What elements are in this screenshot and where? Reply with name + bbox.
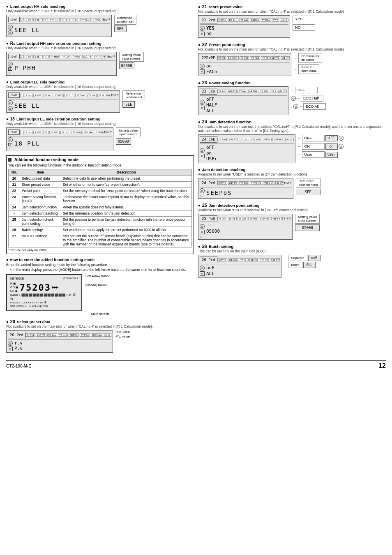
bullet-limit-hh-teach: ● Limit output HH side teaching [6,4,194,9]
device-panel-select-preset: 20 Prd 2d Prd 21P-?5 2d Eco ?? InH BEP8d… [6,330,113,353]
cell-no: 22 [9,188,20,194]
cell-no: 23 [9,194,20,204]
diagram-limit-ll-teach: 16 d? 1 2 out 3 d?P ?? IN2 ?? 005 ?? LL6… [6,90,194,113]
func-footnote: * Can be set only on ID00. [8,248,192,252]
down-icon-3: ⊕ [8,106,13,111]
callout-left-arrow: Left Arrow button [85,274,110,278]
cell-no: - [9,210,20,217]
table-row: 27 Valid ID Setting* You can set the num… [9,233,192,247]
cell-item: Jam detection function [20,204,61,210]
annotation-ll-ref: Referenceposition set [122,90,145,100]
device-panel-ll-criterion: 16 d? 1 2 out 3 d?P ?? ?? AV5 ?? LL6 ?? … [6,127,113,151]
annotation-ll-setting: Setting valueinput screen [116,127,141,137]
table-row: 21 Store preset value Set whether or not… [9,182,192,188]
section-limit-ll-criterion: ● 18 Limit output LL side criterion posi… [6,117,194,151]
diagram-power-saving: 23 Eco ?? ?d 2dP.P? ?? InH bEP8d ?? P8d … [198,86,386,115]
cell-no: 20 [9,176,20,182]
device-panel-ll-teach: 16 d? 1 2 out 3 d?P ?? IN2 ?? 005 ?? LL6… [6,90,120,113]
option-jam-off: OFF [302,135,325,141]
knob-icon-2: ⊙ [8,62,13,67]
func-table: No. Item Description 20 Select preset da… [8,169,192,247]
table-row: 23 Power-saving function (ECO) To decrea… [9,194,192,204]
annotation-jam-ref: Referenceposition fixed [296,178,321,188]
section-store-preset: ● 21 Store preset value Not available to… [198,4,386,38]
subtitle-jam-check: Available to set when "USEr" is selected… [198,208,386,212]
device-panel-batch: 26 Prd 2dP.?5 2d Eco ?? InH bEP8d ?? P0d… [198,255,281,278]
bullet-limit-ll-teach: ● Limit output LL side teaching [6,80,194,84]
how-to-bullet1: • In the main display, press the [MODE] … [6,268,194,272]
mini-display-ll: SEE [122,101,135,108]
option-separate: Separate [288,255,307,261]
device-panel-jam-teach: 2d Prd 2dP.?5 2d?-P8 ?? InH ?? P5 ?d ?dP… [198,178,293,199]
section-limit-hh-criterion: ● R₁ Limit output HH side criterion posi… [6,41,194,76]
device-panel-preset-point: 22PrPE P1 ?d 2d ?d5P ?? InH ?2 P2d ?? ?5… [198,53,291,76]
cell-item: Power-saving function (ECO) [20,194,61,204]
bullet-power-saving: ● 23 Power-saving function [198,80,386,85]
bullet-select-preset: ● 20 Select preset data [6,319,194,324]
option-jam-on: ON [302,143,325,150]
cell-desc: Select the data to use when performing t… [61,176,192,182]
bullet-store-preset: ● 21 Store preset value [198,4,386,9]
cell-desc: Set the memory method for "zero-point co… [61,188,192,194]
option-eco-half: ECO Half [301,95,323,102]
cell-desc: Set the position to perform the jam dete… [61,217,192,227]
footer-product-name: GT2-100-M-E [6,364,31,368]
section-batch-setting: ● 26 Batch setting This can be set only … [198,244,386,278]
cell-desc: Set whether or not to apply the preset p… [61,227,192,233]
subtitle-select-preset: Not available to set on the main unit fo… [6,324,194,328]
subtitle-limit-ll-criterion: Only available when "Lt.USEr" is selecte… [6,122,194,126]
cell-desc: Set the reference position for the jam d… [61,210,192,217]
subtitle-jam-detection: Not available to set on the main unit th… [198,125,386,133]
left-column: ● Limit output HH side teaching Only ava… [6,4,194,357]
subtitle-store-preset: Not available to set on the main unit fo… [198,9,386,14]
subtitle-limit-hh-teach: Only available when "Lt.USEr" is selecte… [6,9,194,13]
section-power-saving: ● 23 Power-saving function 23 Eco ?? ?d … [198,80,386,115]
add-func-section: Additional function setting mode You can… [6,155,194,254]
panel-display-ll: SEE LL [14,102,40,109]
option-eco-all: ECO All [303,103,326,110]
device-panel-store-preset: 21 Prd 2dP.?d P4 Eco ?? InH BEP8d ?? P0d… [198,15,290,38]
mini-display-jam-check: 05000 [295,224,320,231]
bullet-preset-point: ● 22 Preset point setting [198,42,386,47]
diagram-limit-ll-criterion: 16 d? 1 2 out 3 d?P ?? ?? AV5 ?? LL6 ?? … [6,127,194,151]
save-each-note: Save foreach bank [298,64,319,74]
col-desc: Description [61,169,192,176]
subtitle-jam-teach: Available to set when "USEr" is selected… [198,172,386,176]
cell-no: 21 [9,182,20,188]
add-func-subtitle: You can set the following functions in t… [8,163,192,167]
cell-item: Store preset value [20,182,61,188]
right-column: ● 21 Store preset value Not available to… [198,4,386,357]
table-row: 26 Batch setting* Set whether or not to … [9,227,192,233]
knob-icon-3: ⊙ [8,100,13,105]
diagram-jam-teach: 2d Prd 2dP.?5 2d?-P8 ?? InH ?? P5 ?d ?dP… [198,178,386,199]
table-row: 20 Select preset data Select the data to… [9,176,192,182]
section-square-icon [8,158,12,162]
cell-item: Jam detection check point setting [20,217,61,227]
cell-no: 26 [9,227,20,233]
mini-display-ll-crit: 05000 [116,138,131,145]
col-no: No. [9,169,20,176]
cell-item: Batch setting* [20,227,61,233]
diagram-batch-setting: 26 Prd 2dP.?5 2d Eco ?? InH bEP8d ?? P0d… [198,255,386,278]
cell-no: 25 [9,217,20,227]
callout-mode-button: [MODE] button [85,283,110,287]
diagram-select-preset: 20 Prd 2d Prd 21P-?5 2d Eco ?? InH BEP8d… [6,330,194,353]
panel-display-hh-crit: P PHH [14,65,36,71]
mini-display-jam-teach: SEE [296,189,321,195]
bullet-batch-setting: ● 26 Batch setting [198,244,386,249]
section-limit-ll-teach: ● Limit output LL side teaching Only ava… [6,80,194,113]
bullet-jam-teach: ● Jam detection teaching [198,167,386,172]
subtitle-limit-hh-criterion: Only available when "Lt.USEr" is selecte… [6,46,194,50]
section-limit-hh-teach: ● Limit output HH side teaching Only ava… [6,4,194,37]
cell-item: Select preset data [20,176,61,182]
device-panel-jam-check: 25 PoS ?d ?d ?dP.?5 2d Eco 2d InH bEPPd5… [198,214,293,240]
panel-id: 16 d? [8,17,20,22]
mini-display-hh-crit: 05000 [119,62,134,69]
option-no: NO [293,24,315,31]
main-screen-diagram: KEYENCE GT2-100-M ? H ▣ GO ▣ LO ▣ 75203 … [6,274,194,316]
annotation-hh-setting: Setting valueinput screen [119,52,144,62]
add-func-title: Additional function setting mode [8,157,192,162]
main-display-value: 75203 [20,282,51,293]
cell-no: 27 [9,233,20,247]
mini-display-hh: SEE [114,25,127,32]
